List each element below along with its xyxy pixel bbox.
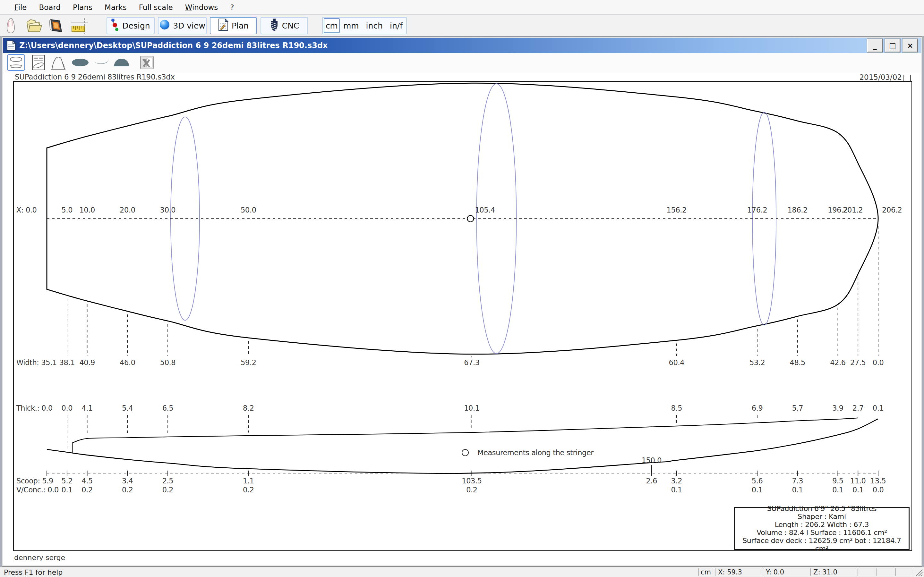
- slice-curve: [171, 117, 200, 320]
- bottom-curve-button[interactable]: [92, 54, 110, 71]
- rocker-point-label: 150.0: [642, 456, 662, 464]
- measure-label: 103.5: [462, 477, 481, 485]
- document-icon[interactable]: [6, 40, 16, 51]
- center-point-marker: [467, 215, 473, 222]
- measure-label: 27.5: [850, 358, 866, 367]
- plan-mode-button[interactable]: Plan: [210, 17, 257, 34]
- measure-label: 40.9: [79, 358, 95, 367]
- status-empty-cell: [877, 568, 894, 576]
- measure-label: 0.1: [671, 486, 682, 494]
- vconc-row-prefix: V/Conc.: 0.0: [16, 486, 59, 494]
- drawing-canvas[interactable]: SUPaddiction 6 9 26demi 83litres R190.s3…: [3, 72, 921, 565]
- main-toolbar: Design 3D view: [0, 15, 924, 36]
- curve-view-button[interactable]: [49, 54, 67, 71]
- menu-file[interactable]: File: [8, 3, 33, 11]
- open-folder-icon[interactable]: [26, 18, 42, 35]
- status-unit: cm: [698, 568, 713, 576]
- measure-label: 38.1: [59, 358, 75, 367]
- menu-bar: File Board Plans Marks Full scale Window…: [0, 0, 924, 15]
- maximize-button[interactable]: □: [885, 39, 900, 52]
- measure-label: 5.6: [752, 477, 763, 485]
- measure-label: 8.5: [671, 404, 682, 412]
- cnc-mode-button[interactable]: CNC: [260, 17, 308, 34]
- status-bar: Press F1 for help cm X: 59.3 Y: 0.0 Z: 3…: [0, 567, 924, 577]
- measure-label: 13.5: [871, 477, 886, 485]
- outline-profile-view-button[interactable]: [7, 54, 25, 71]
- measure-label: 5.7: [792, 404, 803, 412]
- measure-label: 4.5: [81, 477, 93, 485]
- measure-label: 50.8: [160, 358, 176, 367]
- plan-document-icon: [218, 18, 229, 33]
- info-line-shaper: Shaper : Kami: [735, 513, 909, 521]
- measure-label: 0.2: [162, 486, 174, 494]
- measure-label: 1.1: [243, 477, 254, 485]
- measure-label: 0.2: [81, 486, 93, 494]
- measure-label: 6.5: [162, 404, 174, 412]
- document-header-title: SUPaddiction 6 9 26demi 83litres R190.s3…: [15, 73, 175, 81]
- scoop-row-prefix: Scoop: 5.9: [16, 477, 53, 485]
- export-excel-button[interactable]: [138, 54, 156, 71]
- measure-label: 0.1: [853, 486, 864, 494]
- pointer-tool-icon[interactable]: [4, 18, 19, 35]
- measure-label: 10.1: [464, 404, 480, 412]
- resize-grip[interactable]: [915, 568, 923, 577]
- unit-cm[interactable]: cm: [324, 18, 340, 33]
- unit-mm[interactable]: mm: [340, 21, 363, 31]
- menu-full-scale[interactable]: Full scale: [133, 3, 179, 11]
- board-info-box: SUPaddiction 6'9" 26.5 "83litres Shaper …: [734, 507, 909, 550]
- status-x-coordinate: X: 59.3: [715, 568, 762, 576]
- design-mode-button[interactable]: Design: [107, 17, 155, 34]
- menu-marks[interactable]: Marks: [99, 3, 133, 11]
- 3d-view-label: 3D view: [173, 21, 205, 31]
- menu-board[interactable]: Board: [33, 3, 67, 11]
- plan-label: Plan: [232, 21, 249, 31]
- measure-label: 6.9: [752, 404, 763, 412]
- unit-inf[interactable]: in/f: [386, 21, 406, 31]
- status-empty-cell: [895, 568, 912, 576]
- measure-ruler-icon[interactable]: [70, 18, 90, 35]
- measure-label: 8.2: [243, 404, 254, 412]
- stringer-annotation: Measurements along the stringer: [477, 448, 594, 457]
- measure-label: 60.4: [669, 358, 685, 367]
- design-label: Design: [122, 21, 150, 31]
- unit-inch[interactable]: inch: [363, 21, 386, 31]
- measure-label: 3.2: [671, 477, 682, 485]
- menu-windows[interactable]: Windows: [179, 3, 224, 11]
- measure-label: 156.2: [667, 206, 687, 214]
- measure-label: 0.2: [466, 486, 477, 494]
- minimize-button[interactable]: _: [867, 39, 883, 52]
- outline-plan-button[interactable]: [71, 54, 89, 71]
- measure-label: 0.1: [792, 486, 803, 494]
- document-date: 2015/03/02: [859, 73, 902, 81]
- save-icon[interactable]: [47, 18, 64, 35]
- measure-label: 0.2: [243, 486, 254, 494]
- 3d-view-button[interactable]: 3D view: [158, 17, 207, 34]
- close-button[interactable]: ×: [903, 39, 918, 52]
- spec-sheet-view-button[interactable]: [29, 54, 47, 71]
- info-line-model: SUPaddiction 6'9" 26.5 "83litres: [735, 504, 909, 513]
- measure-label: 0.0: [61, 404, 73, 412]
- status-y-coordinate: Y: 0.0: [763, 568, 809, 576]
- measure-label: 3.4: [122, 477, 133, 485]
- rocker-profile-curve: [47, 419, 878, 473]
- deck-profile-curve: [72, 418, 858, 443]
- measure-label: 2.6: [646, 477, 657, 485]
- menu-plans[interactable]: Plans: [67, 3, 99, 11]
- measure-label: 5.0: [61, 206, 73, 214]
- x-row-prefix: X: 0.0: [16, 206, 37, 214]
- measure-label: 42.6: [830, 358, 846, 367]
- menu-help[interactable]: ?: [224, 3, 240, 11]
- deck-curve-button[interactable]: [113, 54, 131, 71]
- window-title: Z:\Users\dennery\Desktop\SUPaddiction 6 …: [19, 41, 328, 50]
- measure-label: 105.4: [475, 206, 495, 214]
- measure-label: 2.5: [162, 477, 174, 485]
- measure-label: 4.1: [81, 404, 93, 412]
- status-empty-cell: [858, 568, 875, 576]
- measure-label: 5.4: [122, 404, 133, 412]
- measure-label: 20.0: [120, 206, 136, 214]
- stringer-radio-icon: [462, 450, 468, 456]
- window-title-bar[interactable]: Z:\Users\dennery\Desktop\SUPaddiction 6 …: [3, 38, 921, 53]
- measure-label: 59.2: [241, 358, 256, 367]
- measure-label: 176.2: [747, 206, 767, 214]
- measure-label: 10.0: [79, 206, 95, 214]
